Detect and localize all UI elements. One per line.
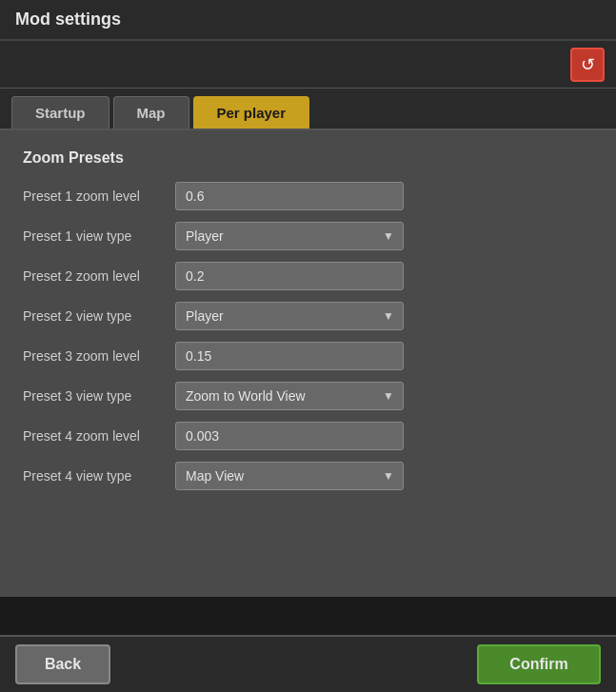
tab-map[interactable]: Map	[113, 96, 189, 129]
preset3-zoom-label: Preset 3 zoom level	[23, 348, 175, 364]
preset3-view-select[interactable]: Player Map View Zoom to World View	[175, 382, 404, 410]
preset1-view-select[interactable]: Player Map View Zoom to World View	[175, 222, 404, 250]
top-bar: ↺	[0, 41, 616, 89]
preset1-zoom-input[interactable]	[175, 182, 404, 210]
preset4-zoom-input[interactable]	[175, 422, 404, 450]
preset4-zoom-row: Preset 4 zoom level	[23, 422, 593, 450]
preset1-view-label: Preset 1 view type	[23, 228, 175, 244]
section-title: Zoom Presets	[23, 149, 593, 167]
preset2-zoom-input[interactable]	[175, 262, 404, 290]
preset2-view-label: Preset 2 view type	[23, 308, 175, 324]
preset1-view-select-wrapper: Player Map View Zoom to World View ▼	[175, 222, 404, 250]
preset4-view-select[interactable]: Player Map View Zoom to World View	[175, 462, 404, 490]
preset3-view-label: Preset 3 view type	[23, 388, 175, 404]
preset4-view-label: Preset 4 view type	[23, 468, 175, 484]
preset4-view-select-wrapper: Player Map View Zoom to World View ▼	[175, 462, 404, 490]
footer: Back Confirm	[0, 635, 616, 692]
preset3-zoom-input[interactable]	[175, 342, 404, 370]
confirm-button[interactable]: Confirm	[477, 644, 601, 684]
reset-button[interactable]: ↺	[570, 48, 605, 82]
preset2-view-select-wrapper: Player Map View Zoom to World View ▼	[175, 302, 404, 330]
tab-bar: Startup Map Per player	[0, 89, 616, 130]
tab-per-player[interactable]: Per player	[193, 96, 310, 129]
back-button[interactable]: Back	[15, 644, 110, 684]
preset1-zoom-label: Preset 1 zoom level	[23, 188, 175, 204]
title-bar: Mod settings	[0, 0, 616, 41]
preset1-zoom-row: Preset 1 zoom level	[23, 182, 593, 210]
tab-startup[interactable]: Startup	[11, 96, 109, 129]
preset2-view-select[interactable]: Player Map View Zoom to World View	[175, 302, 404, 330]
preset2-view-row: Preset 2 view type Player Map View Zoom …	[23, 302, 593, 330]
window-title: Mod settings	[15, 10, 121, 30]
preset1-view-row: Preset 1 view type Player Map View Zoom …	[23, 222, 593, 250]
preset4-zoom-label: Preset 4 zoom level	[23, 428, 175, 444]
reset-icon: ↺	[581, 54, 595, 75]
preset4-view-row: Preset 4 view type Player Map View Zoom …	[23, 462, 593, 490]
preset3-view-select-wrapper: Player Map View Zoom to World View ▼	[175, 382, 404, 410]
preset3-view-row: Preset 3 view type Player Map View Zoom …	[23, 382, 593, 410]
preset2-zoom-row: Preset 2 zoom level	[23, 262, 593, 290]
content-area: Zoom Presets Preset 1 zoom level Preset …	[0, 130, 616, 597]
preset3-zoom-row: Preset 3 zoom level	[23, 342, 593, 370]
preset2-zoom-label: Preset 2 zoom level	[23, 268, 175, 284]
